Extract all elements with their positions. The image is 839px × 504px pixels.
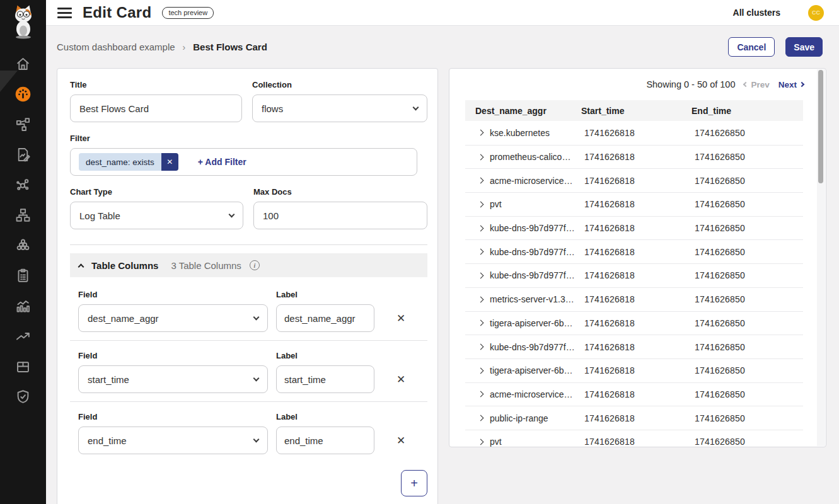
sidebar-item-service-graph[interactable] (0, 169, 46, 200)
label-input[interactable] (276, 304, 374, 332)
dashboard-gauge-icon (14, 86, 32, 103)
expand-chevron-icon[interactable] (478, 344, 484, 350)
cancel-button[interactable]: Cancel (728, 37, 775, 57)
preview-table: Dest_name_aggrStart_timeEnd_time kse.kub… (465, 100, 803, 447)
chart-type-select[interactable]: Log Table (70, 202, 243, 229)
scrollbar-thumb[interactable] (818, 70, 823, 183)
table-row[interactable]: kse.kubernetes 1741626818 1741626850 (465, 121, 803, 145)
sidebar-item-hierarchy[interactable] (0, 200, 46, 230)
app-logo[interactable] (0, 0, 46, 40)
sidebar-item-clusters[interactable] (0, 230, 46, 260)
start-time-cell: 1741626818 (579, 342, 689, 352)
table-row[interactable]: public-ip-range 1741626818 1741626850 (465, 406, 803, 430)
sidebar-item-home[interactable] (0, 49, 46, 79)
info-icon[interactable]: i (250, 260, 260, 270)
table-row[interactable]: prometheus-calico… 1741626818 1741626850 (465, 145, 803, 169)
sidebar-item-policies[interactable] (0, 260, 46, 290)
column-header: Start_time (579, 106, 689, 116)
start-time-cell: 1741626818 (579, 199, 689, 209)
table-row[interactable]: kube-dns-9b7d977f… 1741626818 1741626850 (465, 216, 803, 240)
expand-chevron-icon[interactable] (478, 130, 484, 136)
sidebar-item-trends[interactable] (0, 321, 46, 351)
expand-chevron-icon[interactable] (478, 154, 484, 160)
chevron-down-icon (413, 104, 419, 110)
expand-chevron-icon[interactable] (478, 415, 484, 421)
dest-name-cell: pvt (490, 199, 502, 209)
table-row[interactable]: acme-microservice… 1741626818 1741626850 (465, 382, 803, 406)
user-avatar[interactable]: CC (808, 5, 824, 21)
end-time-cell: 1741626850 (689, 389, 803, 399)
end-time-cell: 1741626850 (689, 342, 803, 352)
add-column-row: + (70, 470, 427, 496)
table-row[interactable]: kube-dns-9b7d977f… 1741626818 1741626850 (465, 239, 803, 263)
sidebar-item-network-topology[interactable] (0, 109, 46, 139)
add-column-button[interactable]: + (401, 470, 427, 496)
close-icon: ✕ (166, 158, 173, 166)
filter-chip-remove-button[interactable]: ✕ (161, 153, 178, 171)
collection-select-value: flows (262, 103, 283, 114)
table-columns-section-header[interactable]: Table Columns 3 Table Columns i (70, 253, 427, 277)
start-time-cell: 1741626818 (579, 389, 689, 399)
prev-page-button[interactable]: Prev (744, 80, 769, 89)
vertical-scrollbar[interactable] (817, 69, 825, 446)
table-row[interactable]: kube-dns-9b7d977f… 1741626818 1741626850 (465, 263, 803, 287)
end-time-cell: 1741626850 (689, 365, 803, 375)
collection-select[interactable]: flows (252, 94, 427, 122)
dest-name-cell: acme-microservice… (490, 176, 572, 186)
table-row[interactable]: pvt 1741626818 1741626850 (465, 430, 803, 447)
tech-preview-badge: tech preview (162, 7, 214, 19)
start-time-cell: 1741626818 (579, 128, 689, 138)
table-row[interactable]: pvt 1741626818 1741626850 (465, 192, 803, 216)
menu-button[interactable] (57, 8, 72, 18)
remove-column-button[interactable]: ✕ (396, 374, 405, 385)
field-select[interactable]: dest_name_aggr (78, 304, 268, 332)
topbar: Edit Card tech preview All clusters CC (46, 0, 839, 26)
title-input[interactable] (70, 94, 242, 122)
remove-column-button[interactable]: ✕ (396, 435, 405, 446)
expand-chevron-icon[interactable] (478, 249, 484, 255)
expand-chevron-icon[interactable] (478, 225, 484, 231)
expand-chevron-icon[interactable] (478, 367, 484, 374)
label-input[interactable] (276, 427, 374, 454)
table-row[interactable]: kube-dns-9b7d977f… 1741626818 1741626850 (465, 335, 803, 358)
sidebar-item-security[interactable] (0, 381, 46, 411)
save-button[interactable]: Save (785, 37, 823, 57)
collection-label: Collection (252, 80, 427, 89)
breadcrumb-separator-icon: › (183, 42, 186, 52)
expand-chevron-icon[interactable] (478, 201, 484, 207)
field-select[interactable]: start_time (78, 365, 268, 393)
table-row[interactable]: metrics-server-v1.3… 1741626818 17416268… (465, 287, 803, 311)
end-time-cell: 1741626850 (689, 270, 803, 280)
dest-name-cell: public-ip-range (490, 413, 548, 423)
pagination-status: Showing 0 - 50 of 100 (646, 79, 735, 89)
sidebar-item-logs[interactable] (0, 139, 46, 169)
expand-chevron-icon[interactable] (478, 273, 484, 279)
filter-chip-text: dest_name: exists (79, 153, 161, 171)
cluster-selector[interactable]: All clusters (733, 8, 780, 18)
next-page-button[interactable]: Next (778, 80, 804, 89)
topbar-right: All clusters CC (733, 5, 824, 21)
expand-chevron-icon[interactable] (478, 320, 484, 326)
sidebar-item-metrics[interactable] (0, 290, 46, 321)
table-row[interactable]: tigera-apiserver-6b… 1741626818 17416268… (465, 311, 803, 335)
filter-box[interactable]: dest_name: exists ✕ + Add Filter (70, 148, 417, 176)
start-time-cell: 1741626818 (579, 413, 689, 423)
sidebar-item-dashboards[interactable] (0, 79, 46, 109)
sidebar-item-packages[interactable] (0, 351, 46, 381)
add-filter-button[interactable]: + Add Filter (198, 157, 246, 167)
field-select[interactable]: end_time (78, 427, 268, 454)
chevron-down-icon (229, 211, 235, 217)
start-time-cell: 1741626818 (579, 294, 689, 304)
table-columns-count: 3 Table Columns (171, 260, 241, 271)
remove-column-button[interactable]: ✕ (396, 313, 405, 324)
label-input[interactable] (276, 365, 374, 393)
dest-name-cell: prometheus-calico… (490, 152, 570, 162)
expand-chevron-icon[interactable] (478, 296, 484, 302)
table-row[interactable]: acme-microservice… 1741626818 1741626850 (465, 168, 803, 192)
expand-chevron-icon[interactable] (478, 391, 484, 398)
breadcrumb-parent[interactable]: Custom dashboard example (57, 42, 175, 52)
max-docs-input[interactable] (253, 202, 427, 229)
table-row[interactable]: tigera-apiserver-6b… 1741626818 17416268… (465, 358, 803, 382)
expand-chevron-icon[interactable] (478, 438, 484, 445)
expand-chevron-icon[interactable] (478, 178, 484, 184)
